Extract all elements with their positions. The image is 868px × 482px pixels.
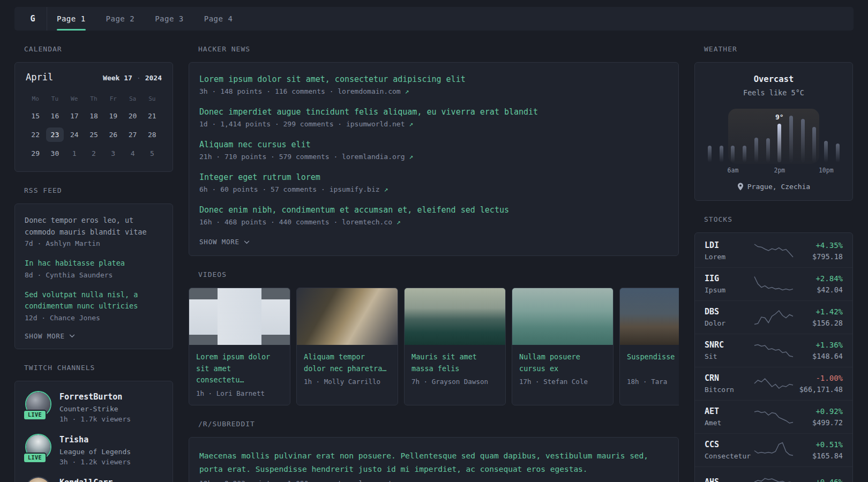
- video-thumbnail[interactable]: [297, 288, 398, 345]
- external-link-icon[interactable]: ↗: [409, 153, 413, 161]
- calendar-week-year: Week 17 · 2024: [103, 74, 162, 82]
- video-card[interactable]: Mauris sit amet massa felis7h · Grayson …: [404, 288, 506, 405]
- rss-item-title[interactable]: Sed volutpat nulla nisl, a condimentum n…: [25, 289, 163, 312]
- stock-symbol[interactable]: AET: [705, 406, 749, 416]
- daylight-region: [728, 109, 820, 164]
- stock-symbol[interactable]: IIG: [705, 274, 749, 283]
- calendar-day-header: We: [65, 94, 84, 104]
- hackernews-item-meta: 6h · 60 points · 57 comments · ipsumify.…: [199, 185, 668, 193]
- video-title[interactable]: Nullam posuere cursus ex: [519, 351, 606, 374]
- stocks-list: LDILorem+4.35%$795.18IIGIpsum+2.84%$42.0…: [695, 235, 852, 482]
- twitch-avatar[interactable]: [26, 478, 50, 482]
- twitch-channel-name[interactable]: Trisha: [59, 435, 131, 445]
- hackernews-items: Lorem ipsum dolor sit amet, consectetur …: [199, 74, 668, 226]
- calendar-day: 30: [45, 146, 64, 161]
- stock-symbol[interactable]: CRN: [705, 373, 749, 383]
- hackernews-item-title[interactable]: Donec enim nibh, condimentum et accumsan…: [199, 205, 668, 215]
- twitch-avatar[interactable]: LIVE: [26, 392, 50, 416]
- subreddit-meta-text: 19h · 9,932 points · 1,090 comments · lo…: [199, 479, 409, 482]
- calendar-header: April Week 17 · 2024: [26, 72, 162, 82]
- stock-symbol[interactable]: DBS: [705, 307, 749, 317]
- external-link-icon[interactable]: ↗: [413, 479, 417, 482]
- rss-item-title[interactable]: In hac habitasse platea: [25, 258, 163, 269]
- external-link-icon[interactable]: ↗: [396, 218, 401, 226]
- tab-page-3[interactable]: Page 3: [155, 7, 184, 31]
- calendar-day: 19: [103, 109, 123, 123]
- video-thumbnail[interactable]: [512, 288, 613, 345]
- twitch-avatar[interactable]: LIVE: [26, 435, 50, 459]
- hackernews-item: Donec enim nibh, condimentum et accumsan…: [199, 205, 668, 226]
- video-title[interactable]: Lorem ipsum dolor sit amet consectetu…: [196, 351, 283, 386]
- calendar-day: 17: [65, 109, 84, 123]
- stock-symbol[interactable]: CCS: [705, 440, 749, 449]
- video-info: Lorem ipsum dolor sit amet consectetu…1h…: [189, 345, 290, 405]
- calendar-day-header: Mo: [26, 94, 45, 104]
- hackernews-item: Lorem ipsum dolor sit amet, consectetur …: [199, 74, 668, 95]
- twitch-channel-info: ForrestBurtonCounter-Strike1h · 1.7k vie…: [59, 392, 131, 423]
- rss-item-meta: 7d · Ashlyn Martin: [25, 239, 163, 247]
- calendar-day: 28: [143, 127, 162, 142]
- hackernews-item-meta: 3h · 148 points · 116 comments · loremdo…: [199, 87, 668, 95]
- stock-row: CRNBitcorn-1.00%$66,171.48: [695, 367, 852, 401]
- calendar-day: 16: [45, 109, 64, 123]
- stock-name: Lorem: [705, 253, 749, 261]
- video-title[interactable]: Aliquam tempor dolor nec pharetra…: [304, 351, 391, 374]
- stock-symbol[interactable]: AHS: [705, 477, 749, 482]
- stock-price: $165.84: [798, 451, 843, 460]
- video-thumbnail[interactable]: [189, 288, 290, 345]
- calendar-day-header: Th: [84, 94, 103, 104]
- weather-feels-like: Feels like 5°C: [707, 88, 841, 97]
- video-title[interactable]: Suspendisse diam: [627, 351, 679, 374]
- video-meta: 18h · Tara: [627, 378, 679, 386]
- hackernews-item: Donec imperdiet augue tincidunt felis al…: [199, 107, 668, 128]
- stock-symbol[interactable]: SNRC: [705, 340, 749, 350]
- twitch-channel-name[interactable]: KendallCarr: [59, 478, 113, 482]
- video-meta: 17h · Stefan Cole: [519, 378, 606, 386]
- tab-page-2[interactable]: Page 2: [106, 7, 135, 31]
- twitch-channel-category: League of Legends: [59, 448, 131, 456]
- calendar-day-header: Sa: [123, 94, 142, 104]
- current-temperature-label: 9°: [775, 113, 784, 121]
- video-card[interactable]: Suspendisse diam18h · Tara: [619, 288, 679, 405]
- stock-symbol[interactable]: LDI: [705, 240, 749, 250]
- tab-page-4[interactable]: Page 4: [204, 7, 233, 31]
- hackernews-item-title[interactable]: Integer eget rutrum lorem: [199, 172, 668, 182]
- hackernews-item-title[interactable]: Donec imperdiet augue tincidunt felis al…: [199, 107, 668, 117]
- external-link-icon[interactable]: ↗: [405, 87, 409, 95]
- rss-show-more-button[interactable]: SHOW MORE: [25, 332, 75, 340]
- weather-condition: Overcast: [707, 74, 841, 84]
- rss-item: Donec tempor eros leo, ut commodo mauris…: [25, 215, 163, 247]
- stock-price: $148.64: [798, 352, 843, 360]
- weather-time-label: 10pm: [819, 167, 834, 174]
- twitch-channel-name[interactable]: ForrestBurton: [59, 392, 131, 402]
- stock-change: +2.84%: [798, 274, 843, 283]
- rss-item-meta: 8d · Cynthia Saunders: [25, 271, 163, 279]
- logo[interactable]: G: [19, 7, 47, 31]
- video-card[interactable]: Nullam posuere cursus ex17h · Stefan Col…: [512, 288, 613, 405]
- subreddit-post-title[interactable]: Maecenas mollis pulvinar erat non posuer…: [199, 449, 668, 477]
- video-thumbnail[interactable]: [405, 288, 505, 345]
- hackernews-item-title[interactable]: Aliquam nec cursus elit: [199, 140, 668, 149]
- stock-identity: AHS: [705, 477, 749, 482]
- stock-identity: CRNBitcorn: [705, 373, 749, 394]
- stock-identity: IIGIpsum: [705, 274, 749, 294]
- hackernews-card: Lorem ipsum dolor sit amet, consectetur …: [189, 62, 679, 256]
- hackernews-item-title[interactable]: Lorem ipsum dolor sit amet, consectetur …: [199, 74, 668, 84]
- video-info: Aliquam tempor dolor nec pharetra…1h · M…: [297, 345, 398, 393]
- calendar-day: 20: [123, 109, 142, 123]
- video-title[interactable]: Mauris sit amet massa felis: [411, 351, 498, 374]
- stock-values: +1.42%$156.28: [798, 307, 843, 327]
- live-badge: LIVE: [23, 410, 47, 420]
- stock-change: +1.42%: [798, 307, 843, 316]
- video-thumbnail[interactable]: [620, 288, 679, 345]
- video-meta: 1h · Molly Carrillo: [304, 378, 391, 386]
- active-tab-underline: [57, 29, 86, 31]
- external-link-icon[interactable]: ↗: [384, 185, 388, 193]
- video-card[interactable]: Lorem ipsum dolor sit amet consectetu…1h…: [189, 288, 290, 405]
- calendar-day: 22: [26, 127, 45, 142]
- tab-page-1[interactable]: Page 1: [57, 7, 86, 31]
- hackernews-show-more-button[interactable]: SHOW MORE: [199, 238, 250, 246]
- external-link-icon[interactable]: ↗: [409, 120, 413, 128]
- rss-item-title[interactable]: Donec tempor eros leo, ut commodo mauris…: [25, 215, 163, 238]
- video-card[interactable]: Aliquam tempor dolor nec pharetra…1h · M…: [296, 288, 398, 405]
